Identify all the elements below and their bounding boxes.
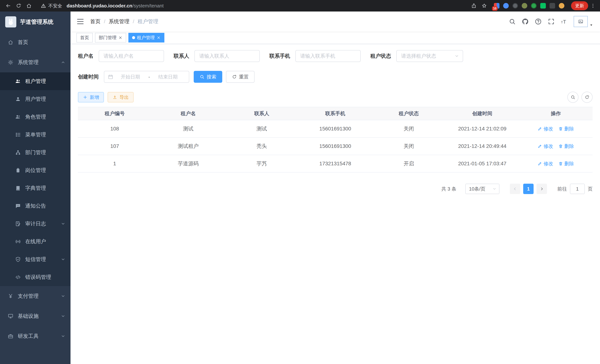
- pay-yen-icon: [8, 293, 13, 299]
- search-icon: [571, 95, 575, 100]
- extension-icon[interactable]: [531, 3, 536, 9]
- pencil-icon: [538, 127, 542, 131]
- prev-page-button[interactable]: [510, 184, 520, 194]
- extension-icon[interactable]: [512, 3, 518, 9]
- hamburger-icon[interactable]: [76, 18, 84, 25]
- tab-tenant[interactable]: 租户管理: [128, 33, 164, 42]
- delete-button[interactable]: 删除: [558, 160, 574, 167]
- share-icon[interactable]: [469, 1, 478, 10]
- puzzle-extension-icon[interactable]: [550, 3, 555, 9]
- profile-avatar-icon[interactable]: [559, 3, 564, 9]
- goto-prefix: 前往: [557, 186, 567, 192]
- tab-dept[interactable]: 部门管理: [95, 33, 126, 42]
- sidebar-item-home[interactable]: 首页: [0, 32, 71, 52]
- add-button[interactable]: 新增: [78, 92, 104, 103]
- navbar-actions: TT: [509, 16, 593, 27]
- tenant-users-icon: [15, 78, 21, 84]
- status-label: 租户状态: [370, 53, 391, 60]
- sidebar-item-dev-tools[interactable]: 研发工具: [0, 326, 71, 346]
- edit-button[interactable]: 修改: [538, 143, 553, 149]
- contact-input[interactable]: [194, 50, 260, 62]
- sidebar-item-tenant[interactable]: 租户管理: [0, 72, 71, 90]
- address-bar[interactable]: dashboard.yudao.iocoder.cn/system/tenant: [67, 3, 164, 9]
- tenant-name-input[interactable]: [99, 50, 164, 62]
- search-icon: [200, 75, 205, 79]
- cell-id: 107: [78, 138, 151, 155]
- extension-icon[interactable]: [522, 3, 527, 9]
- sidebar-item-online-users[interactable]: 在线用户: [0, 233, 71, 251]
- reset-button[interactable]: 重置: [226, 71, 254, 83]
- page-size-select[interactable]: 10条/页: [465, 184, 499, 194]
- cell-actions: 修改 删除: [519, 120, 593, 137]
- next-page-button[interactable]: [536, 184, 547, 194]
- pencil-icon: [538, 161, 542, 166]
- phone-label: 联系手机: [269, 53, 290, 60]
- cell-status: 开启: [372, 155, 445, 172]
- sidebar-item-user[interactable]: 用户管理: [0, 90, 71, 108]
- status-select[interactable]: 请选择租户状态: [396, 50, 463, 62]
- breadcrumb-system[interactable]: 系统管理: [101, 18, 130, 25]
- font-size-icon[interactable]: TT: [561, 18, 568, 25]
- chrome-update-button[interactable]: 更新: [571, 1, 588, 10]
- current-page-button[interactable]: 1: [523, 184, 534, 194]
- app-title: 芋道管理系统: [20, 18, 53, 26]
- chevron-down-icon: [61, 222, 65, 226]
- sidebar-item-sms[interactable]: 短信管理: [0, 251, 71, 268]
- sidebar-item-system[interactable]: 系统管理: [0, 52, 71, 72]
- extension-icon[interactable]: 10: [494, 3, 499, 9]
- chevron-right-icon: [540, 187, 544, 191]
- export-button[interactable]: 导出: [108, 92, 134, 103]
- app-logo[interactable]: 芋道管理系统: [0, 11, 71, 32]
- date-range-picker[interactable]: 开始日期 - 结束日期: [104, 71, 189, 83]
- edit-button[interactable]: 修改: [538, 126, 553, 132]
- phone-input[interactable]: [295, 50, 361, 62]
- delete-button[interactable]: 删除: [558, 126, 574, 132]
- help-icon[interactable]: [535, 18, 542, 25]
- sidebar-item-infra[interactable]: 基础设施: [0, 306, 71, 326]
- user-avatar-menu[interactable]: [574, 16, 593, 27]
- sidebar-item-post[interactable]: 岗位管理: [0, 161, 71, 179]
- sidebar-item-audit-log[interactable]: 审计日志: [0, 215, 71, 233]
- fullscreen-icon[interactable]: [548, 18, 555, 25]
- browser-menu-icon[interactable]: [590, 3, 596, 8]
- bookmark-star-icon[interactable]: [480, 1, 489, 10]
- extension-icon[interactable]: [540, 3, 546, 9]
- delete-button[interactable]: 删除: [558, 143, 574, 149]
- github-icon[interactable]: [522, 18, 529, 25]
- header-search-icon[interactable]: [509, 18, 516, 25]
- sidebar-item-error-code[interactable]: 错误码管理: [0, 268, 71, 286]
- sidebar-item-role[interactable]: 角色管理: [0, 108, 71, 126]
- extensions-area: 10: [494, 3, 564, 9]
- sidebar-item-payment[interactable]: 支付管理: [0, 286, 71, 306]
- sidebar-item-dict[interactable]: 字典管理: [0, 179, 71, 197]
- dev-tools-icon: [8, 333, 13, 339]
- edit-button[interactable]: 修改: [538, 160, 553, 167]
- logo-avatar: [5, 16, 16, 28]
- toggle-search-button[interactable]: [567, 92, 579, 103]
- infra-monitor-icon: [8, 313, 13, 319]
- browser-home-icon[interactable]: [25, 1, 33, 10]
- refresh-table-button[interactable]: [581, 92, 593, 103]
- user-icon: [15, 96, 21, 102]
- close-icon[interactable]: [118, 36, 122, 40]
- tags-view-bar: 首页 部门管理 租户管理: [71, 32, 600, 44]
- sidebar-item-dept[interactable]: 部门管理: [0, 144, 71, 161]
- goto-page-input[interactable]: [570, 184, 585, 194]
- breadcrumb-home[interactable]: 首页: [90, 18, 101, 25]
- close-icon[interactable]: [157, 36, 161, 40]
- extension-icon[interactable]: [503, 3, 509, 9]
- search-button[interactable]: 搜索: [194, 71, 222, 83]
- site-security-chip[interactable]: 不安全: [41, 3, 62, 9]
- cell-actions: 修改 删除: [519, 155, 593, 172]
- cell-status: 关闭: [372, 120, 445, 137]
- error-code-icon: [15, 274, 21, 280]
- notice-bubble-icon: [15, 203, 21, 209]
- sidebar-item-menu[interactable]: 菜单管理: [0, 126, 71, 144]
- reload-icon[interactable]: [14, 1, 23, 10]
- tab-home[interactable]: 首页: [76, 33, 93, 42]
- back-icon[interactable]: [4, 1, 13, 10]
- table-header-row: 租户编号 租户名 联系人 联系手机 租户状态 创建时间 操作: [78, 107, 593, 120]
- cell-name: 测试租户: [151, 138, 225, 155]
- sidebar-item-notice[interactable]: 通知公告: [0, 197, 71, 215]
- caret-down-icon: [589, 23, 593, 27]
